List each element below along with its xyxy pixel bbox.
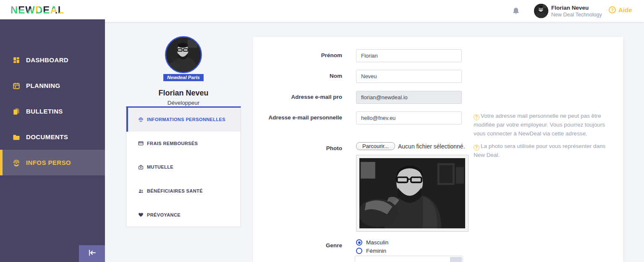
tab-prevoyance[interactable]: PRÉVOYANCE (126, 203, 241, 227)
email-perso-input[interactable] (356, 111, 462, 124)
question-circle-icon: ? (474, 145, 479, 151)
field-label-email-pro: Adresse e-mail pro (253, 94, 342, 100)
profile-tabs: INFORMATIONS PERSONNELLES FRAIS REMBOURS… (126, 106, 241, 227)
logo-letter: E (43, 4, 50, 16)
sidebar-item-documents[interactable]: DOCUMENTS (0, 124, 105, 150)
header-user-name: Florian Neveu (551, 5, 602, 11)
field-label-prenom: Prénom (253, 52, 342, 58)
tab-label: PRÉVOYANCE (147, 212, 181, 217)
logo-letter: E (18, 4, 25, 16)
bulletins-icon (13, 108, 20, 115)
nom-input[interactable] (356, 70, 462, 83)
newdeal-logo[interactable]: N E W D E A L (10, 4, 64, 16)
profile-avatar[interactable] (165, 36, 202, 73)
sidebar: DASHBOARD PLANNING BULLETINS DOCUMENTS I… (0, 19, 105, 262)
tab-label: MUTUELLE (147, 164, 173, 169)
sidebar-item-label: DOCUMENTS (26, 133, 68, 140)
photo-preview (356, 155, 469, 232)
sidebar-collapse-button[interactable] (79, 245, 105, 262)
genre-option-masculin[interactable]: Masculin (356, 239, 388, 246)
field-label-nom: Nom (253, 73, 342, 79)
tab-label: FRAIS REMBOURSÉS (147, 141, 198, 146)
sidebar-item-bulletins[interactable]: BULLETINS (0, 98, 105, 124)
sidebar-item-label: PLANNING (26, 82, 60, 89)
tab-label: BÉNÉFICIAIRES SANTÉ (147, 188, 203, 193)
help-button[interactable]: ? Aide (609, 6, 632, 13)
logo-letter: A (50, 4, 58, 16)
header-user-company: New Deal Technology (551, 11, 602, 18)
calendar-icon (13, 82, 20, 90)
tab-informations-personnelles[interactable]: INFORMATIONS PERSONNELLES (126, 108, 241, 132)
question-circle-icon: ? (609, 6, 616, 13)
fingerprint-icon (138, 117, 144, 122)
genre-option-feminin[interactable]: Féminin (356, 248, 386, 254)
folder-icon (13, 133, 20, 141)
email-pro-input (356, 91, 462, 104)
field-label-email-perso: Adresse e-mail personnelle (253, 114, 342, 121)
logo-letter: W (25, 4, 35, 16)
question-circle-icon: ? (474, 114, 479, 120)
people-icon (138, 188, 144, 194)
hint-email-perso: ?Votre adresse mail personnelle ne peut … (474, 112, 609, 138)
field-label-photo: Photo (253, 145, 342, 151)
notifications-bell-icon[interactable] (512, 7, 520, 16)
profile-role: Développeur (126, 100, 241, 106)
sidebar-item-dashboard[interactable]: DASHBOARD (0, 47, 105, 73)
browse-file-button[interactable]: Parcourir... (356, 142, 395, 150)
header-user-info[interactable]: Florian Neveu New Deal Technology (551, 5, 602, 18)
radio-selected-icon (356, 239, 362, 246)
sidebar-item-infos-perso[interactable]: INFOS PERSO (0, 150, 105, 175)
dashboard-icon (13, 56, 20, 64)
tab-mutuelle[interactable]: MUTUELLE (126, 155, 241, 179)
hint-photo: ?La photo sera utilisée pour vous représ… (474, 142, 612, 160)
personal-info-form: Prénom Nom Adresse e-mail pro Adresse e-… (253, 37, 623, 262)
top-bar: N E W D E A L Florian Neveu New Deal Tec… (0, 0, 644, 22)
logo-letter: L (58, 4, 65, 16)
sidebar-item-label: BULLETINS (26, 108, 63, 115)
field-label-genre: Genre (253, 242, 342, 249)
agency-badge: Newdeal Paris (163, 74, 204, 81)
profile-summary: Newdeal Paris Florian Neveu Développeur (126, 36, 241, 106)
medical-bag-icon (138, 164, 144, 170)
sidebar-item-label: INFOS PERSO (26, 159, 71, 166)
logo-letter: D (35, 4, 43, 16)
prenom-input[interactable] (356, 49, 462, 62)
no-file-selected-text: Aucun fichier sélectionné. (398, 143, 465, 150)
radio-unselected-icon (356, 248, 362, 254)
heart-icon (138, 212, 144, 217)
tab-beneficiaires-sante[interactable]: BÉNÉFICIAIRES SANTÉ (126, 179, 241, 203)
profile-name: Florian Neveu (126, 89, 241, 98)
next-field-input[interactable] (355, 256, 463, 262)
tab-frais-rembourses[interactable]: FRAIS REMBOURSÉS (126, 132, 241, 156)
sidebar-item-label: DASHBOARD (26, 56, 68, 64)
date-picker-button[interactable] (450, 257, 462, 262)
logo-letter: N (10, 4, 18, 16)
sidebar-item-planning[interactable]: PLANNING (0, 73, 105, 98)
help-label: Aide (618, 6, 632, 13)
tab-label: INFORMATIONS PERSONNELLES (147, 117, 225, 122)
collapse-left-icon (87, 249, 97, 258)
fingerprint-icon (13, 159, 20, 167)
header-avatar[interactable] (534, 4, 548, 18)
credit-card-icon (138, 140, 144, 146)
